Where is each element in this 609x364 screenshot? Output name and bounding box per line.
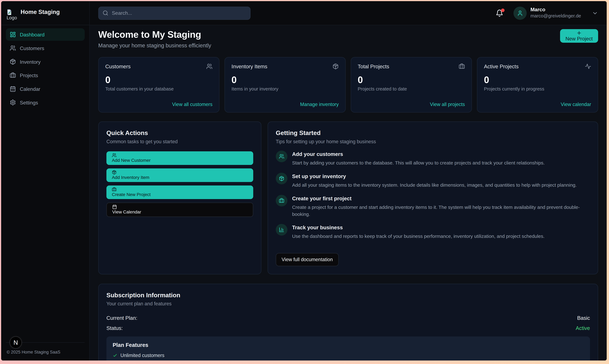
new-project-label: New Project	[566, 36, 593, 41]
sidebar-item-label: Settings	[20, 100, 38, 105]
current-plan-value: Basic	[577, 315, 590, 321]
subscription-rows: Current Plan: Basic Status: Active	[107, 315, 590, 331]
copyright-text: © 2025 Home Staging SaaS	[7, 350, 60, 354]
plan-features-card: Plan Features Unlimited customers Unlimi…	[107, 337, 590, 361]
stat-title: Total Projects	[358, 63, 389, 69]
calendar-icon	[10, 86, 16, 92]
sidebar-item-label: Customers	[20, 45, 44, 51]
action-label: View Calendar	[112, 209, 141, 215]
action-label: Create New Project	[112, 192, 150, 197]
dashboard-content: Welcome to My Staging Manage your home s…	[90, 25, 607, 361]
view-all-customers-link[interactable]: View all customers	[172, 102, 213, 107]
nextjs-dev-badge[interactable]: N	[10, 337, 22, 349]
user-info: Marco marco@greiveldinger.de	[530, 7, 581, 19]
stat-value: 0	[358, 75, 465, 85]
subscription-panel: Subscription Information Your current pl…	[98, 284, 598, 361]
layout-dashboard-icon	[10, 31, 16, 38]
subscription-subtitle: Your current plan and features	[107, 301, 590, 306]
activity-icon	[585, 63, 591, 69]
logo-alt-text: Logo	[7, 15, 17, 21]
sidebar: Logo Home Staging Dashboard Customers	[1, 1, 90, 361]
stat-description: Total customers in your database	[105, 86, 213, 92]
stat-card-customers: Customers 0 Total customers in your data…	[98, 57, 219, 113]
stat-value: 0	[231, 75, 339, 85]
new-project-button[interactable]: New Project	[560, 29, 598, 43]
page-title: Welcome to My Staging	[98, 29, 211, 40]
step-body: Track your business Use the dashboard an…	[292, 224, 545, 240]
stat-card-inventory: Inventory Items 0 Items in your inventor…	[225, 57, 346, 113]
users-icon	[112, 153, 116, 157]
subscription-title: Subscription Information	[107, 292, 590, 299]
package-icon	[276, 173, 287, 184]
quick-actions-panel: Quick Actions Common tasks to get you st…	[98, 122, 261, 274]
view-calendar-button[interactable]: View Calendar	[107, 203, 253, 217]
bar-chart-icon	[276, 224, 287, 235]
step-title: Create your first project	[292, 196, 590, 202]
step-body: Create your first project Create a proje…	[292, 195, 590, 218]
sidebar-item-calendar[interactable]: Calendar	[6, 83, 85, 95]
step-add-customers: Add your customers Start by adding your …	[276, 151, 590, 167]
notifications-button[interactable]	[495, 9, 503, 17]
feature-label: Unlimited customers	[120, 353, 164, 358]
sidebar-footer: N © 2025 Home Staging SaaS	[6, 342, 85, 361]
briefcase-icon	[276, 195, 287, 207]
getting-started-panel: Getting Started Tips for setting up your…	[268, 122, 598, 274]
create-new-project-button[interactable]: Create New Project	[107, 185, 253, 199]
stat-title: Customers	[105, 63, 131, 69]
search-box	[98, 6, 251, 19]
sidebar-item-inventory[interactable]: Inventory	[6, 55, 85, 68]
step-description: Create a project for a customer and star…	[292, 204, 590, 218]
sidebar-nav: Dashboard Customers Inventory Projects	[1, 25, 89, 342]
search-icon	[103, 10, 108, 16]
stat-value: 0	[484, 75, 591, 85]
sidebar-item-label: Inventory	[20, 59, 41, 65]
add-inventory-item-button[interactable]: Add Inventory Item	[107, 169, 253, 182]
step-body: Set up your inventory Add all your stagi…	[292, 173, 577, 189]
step-description: Add all your staging items to the invent…	[292, 182, 577, 189]
app-title: Home Staging	[21, 9, 60, 15]
sidebar-item-projects[interactable]: Projects	[6, 69, 85, 81]
sidebar-item-settings[interactable]: Settings	[6, 96, 85, 109]
view-calendar-link[interactable]: View calendar	[561, 102, 591, 107]
main-column: Marco marco@greiveldinger.de Welcome to …	[90, 1, 607, 361]
stats-row: Customers 0 Total customers in your data…	[98, 57, 598, 113]
sidebar-item-dashboard[interactable]: Dashboard	[6, 28, 85, 41]
quick-actions-subtitle: Common tasks to get you started	[107, 139, 253, 144]
current-plan-label: Current Plan:	[107, 315, 137, 321]
quick-actions-title: Quick Actions	[107, 130, 253, 137]
sidebar-item-label: Dashboard	[20, 32, 45, 38]
stat-description: Projects currently in progress	[484, 86, 591, 92]
user-menu[interactable]: Marco marco@greiveldinger.de	[513, 6, 598, 19]
getting-started-steps: Add your customers Start by adding your …	[276, 151, 590, 240]
user-email: marco@greiveldinger.de	[530, 13, 581, 19]
stat-description: Items in your inventory	[231, 86, 339, 92]
sidebar-item-customers[interactable]: Customers	[6, 42, 85, 54]
plan-features-title: Plan Features	[113, 342, 584, 348]
add-new-customer-button[interactable]: Add New Customer	[107, 151, 253, 165]
current-plan-row: Current Plan: Basic	[107, 315, 590, 321]
user-name: Marco	[530, 7, 581, 13]
briefcase-icon	[10, 72, 16, 78]
page-header-text: Welcome to My Staging Manage your home s…	[98, 29, 211, 49]
plus-icon	[576, 30, 582, 36]
step-track-business: Track your business Use the dashboard an…	[276, 224, 590, 240]
avatar	[513, 6, 527, 19]
manage-inventory-link[interactable]: Manage inventory	[300, 102, 338, 107]
topbar-right: Marco marco@greiveldinger.de	[495, 6, 598, 19]
action-label: Add Inventory Item	[112, 175, 149, 181]
briefcase-icon	[459, 63, 465, 69]
dev-badge-letter: N	[14, 339, 18, 346]
stat-title: Inventory Items	[231, 63, 267, 69]
notification-dot	[501, 8, 504, 12]
view-documentation-button[interactable]: View full documentation	[276, 253, 338, 266]
search-input[interactable]	[98, 6, 251, 19]
page-header: Welcome to My Staging Manage your home s…	[98, 29, 598, 49]
users-icon	[10, 45, 16, 51]
status-label: Status:	[107, 325, 123, 331]
view-all-projects-link[interactable]: View all projects	[430, 102, 465, 107]
package-icon	[332, 63, 338, 69]
middle-row: Quick Actions Common tasks to get you st…	[98, 122, 598, 274]
stat-card-active-projects: Active Projects 0 Projects currently in …	[477, 57, 598, 113]
app-window: Logo Home Staging Dashboard Customers	[1, 1, 607, 361]
step-create-project: Create your first project Create a proje…	[276, 195, 590, 218]
